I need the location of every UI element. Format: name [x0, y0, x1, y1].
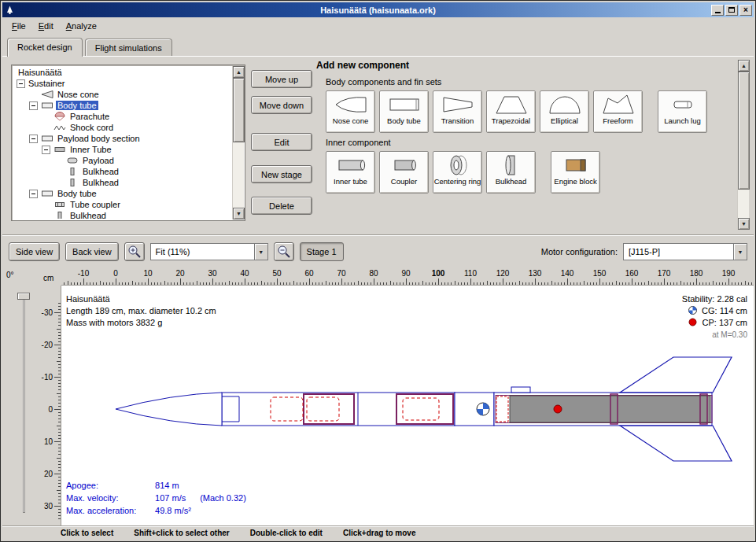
scroll-up-icon[interactable]: ▲ [738, 60, 750, 72]
collapse-toggle-icon[interactable] [17, 79, 25, 88]
tree-item-body-tube-2[interactable]: Body tube [13, 188, 231, 199]
rocket-mass: Mass with motors 3832 g [66, 317, 216, 329]
close-button[interactable]: × [739, 5, 752, 16]
delete-button[interactable]: Delete [251, 197, 312, 215]
add-component-panel: Add new component Body components and fi… [315, 58, 749, 231]
menubar: File Edit Analyze [2, 17, 754, 34]
payload-icon [66, 156, 79, 165]
nose-cone-icon [41, 90, 53, 99]
scroll-down-icon[interactable]: ▼ [738, 218, 750, 230]
menu-file[interactable]: File [6, 19, 32, 33]
add-transition-button[interactable]: Transition [433, 90, 482, 133]
add-elliptical-fin-button[interactable]: Elliptical [540, 90, 589, 133]
stability-value: 2.28 cal [717, 294, 747, 304]
view-toolbar: Side view Back view Fit (11%) ▼ Stage 1 … [2, 235, 754, 268]
minimize-icon [715, 12, 721, 13]
tree-item-parachute[interactable]: Parachute [13, 111, 231, 122]
zoom-in-button[interactable] [124, 242, 145, 261]
hint-shift-click: Shift+click to select other [134, 529, 229, 537]
trapezoidal-fin-icon [494, 93, 529, 116]
coupler-icon [387, 153, 422, 177]
launch-lug-icon [666, 93, 700, 116]
menu-analyze[interactable]: Analyze [60, 19, 103, 33]
cp-icon [688, 318, 697, 326]
add-coupler-button[interactable]: Coupler [379, 151, 429, 194]
zoom-select[interactable]: Fit (11%) ▼ [150, 243, 268, 260]
collapse-toggle-icon[interactable] [42, 146, 50, 154]
tab-rocket-design[interactable]: Rocket design [7, 38, 83, 57]
hint-click-drag: Click+drag to move [343, 529, 416, 537]
tree-scrollbar[interactable]: ▲ ▼ [232, 66, 244, 219]
rocket-canvas[interactable]: Haisunäätä Length 189 cm, max. diameter … [61, 286, 754, 525]
scroll-up-icon[interactable]: ▲ [233, 66, 245, 78]
window-title: Haisunäätä (haisunaata.ork) [320, 6, 436, 15]
tree-item-payload[interactable]: Payload [13, 155, 231, 166]
max-acceleration-value: 49.8 m/s² [155, 504, 197, 517]
add-freeform-fin-button[interactable]: Freeform [593, 90, 643, 133]
tree-item-inner-tube[interactable]: Inner Tube [13, 144, 231, 155]
tree-item-bulkhead-3[interactable]: Bulkhead [13, 210, 231, 219]
scrollbar-thumb[interactable] [738, 72, 750, 190]
add-nose-cone-button[interactable]: Nose cone [326, 90, 375, 133]
move-up-button[interactable]: Move up [251, 70, 312, 88]
tree-item-bulkhead[interactable]: Bulkhead [13, 166, 231, 177]
tree-item-sustainer[interactable]: Sustainer [13, 78, 231, 89]
cg-marker [477, 403, 489, 415]
tree-item-rocket[interactable]: Haisunäätä [13, 67, 231, 78]
stability-info: Stability: 2.28 cal CG: 114 cm CP: 137 c… [682, 293, 747, 341]
tree-item-body-tube[interactable]: Body tube [13, 100, 231, 111]
inner-tube-icon [53, 145, 66, 154]
chevron-down-icon[interactable]: ▼ [254, 244, 267, 260]
side-view-button[interactable]: Side view [9, 242, 60, 261]
back-view-button[interactable]: Back view [65, 242, 119, 261]
transition-icon [441, 93, 475, 116]
rocket-view-pane: Side view Back view Fit (11%) ▼ Stage 1 … [2, 235, 754, 540]
motor-configuration-label: Motor configuration: [541, 247, 618, 256]
add-bulkhead-button[interactable]: Bulkhead [486, 151, 536, 194]
add-inner-tube-button[interactable]: Inner tube [326, 151, 375, 194]
nose-cone-icon [334, 93, 368, 116]
add-engine-block-button[interactable]: Engine block [551, 151, 600, 194]
centering-ring-icon [441, 153, 475, 177]
tree-item-tube-coupler[interactable]: Tube coupler [13, 199, 231, 210]
tree-item-shock-cord[interactable]: Shock cord [13, 122, 231, 133]
zoom-out-button[interactable] [274, 242, 294, 261]
stage-1-toggle[interactable]: Stage 1 [300, 242, 344, 261]
add-centering-ring-button[interactable]: Centering ring [433, 151, 482, 194]
scrollbar-thumb[interactable] [233, 78, 245, 142]
new-stage-button[interactable]: New stage [251, 165, 312, 183]
apogee-label: Apogee: [66, 479, 153, 492]
cg-value: 114 cm [720, 306, 747, 315]
tree-item-nose-cone[interactable]: Nose cone [13, 89, 231, 100]
cg-label: CG: [702, 306, 717, 315]
zoom-in-icon [127, 245, 142, 259]
add-body-tube-button[interactable]: Body tube [379, 90, 429, 133]
tree-item-bulkhead[interactable]: Bulkhead [13, 177, 231, 188]
tube-coupler-icon [53, 200, 66, 209]
minimize-button[interactable] [711, 5, 724, 16]
inner-tube-icon [334, 153, 368, 177]
collapse-toggle-icon[interactable] [29, 190, 38, 198]
design-pane: Haisunäätä Sustainer Nose cone [2, 56, 754, 235]
add-panel-scrollbar[interactable]: ▲ ▼ [737, 60, 749, 230]
collapse-toggle-icon[interactable] [29, 101, 38, 110]
tab-flight-simulations[interactable]: Flight simulations [85, 39, 172, 56]
titlebar[interactable]: Haisunäätä (haisunaata.ork) × [2, 2, 754, 17]
add-trapezoidal-fin-button[interactable]: Trapezoidal [486, 90, 536, 133]
menu-edit[interactable]: Edit [32, 19, 60, 33]
mach-note: at M=0.30 [682, 329, 747, 341]
edit-button[interactable]: Edit [251, 133, 312, 151]
ruler-unit-label: cm [43, 274, 53, 282]
vertical-ruler: -30-20-100102030 [2, 286, 61, 525]
rotation-slider-track[interactable] [23, 297, 25, 513]
rotation-slider-handle[interactable] [17, 293, 30, 300]
motor-configuration-value: [J115-P] [624, 247, 733, 256]
move-down-button[interactable]: Move down [251, 96, 312, 114]
motor-configuration-select[interactable]: [J115-P] ▼ [623, 243, 747, 260]
tree-item-payload-body-section[interactable]: Payload body section [13, 133, 231, 144]
collapse-toggle-icon[interactable] [29, 135, 38, 143]
maximize-button[interactable] [725, 5, 738, 16]
chevron-down-icon[interactable]: ▼ [733, 244, 747, 260]
scroll-down-icon[interactable]: ▼ [233, 208, 245, 219]
add-launch-lug-button[interactable]: Launch lug [658, 90, 707, 133]
